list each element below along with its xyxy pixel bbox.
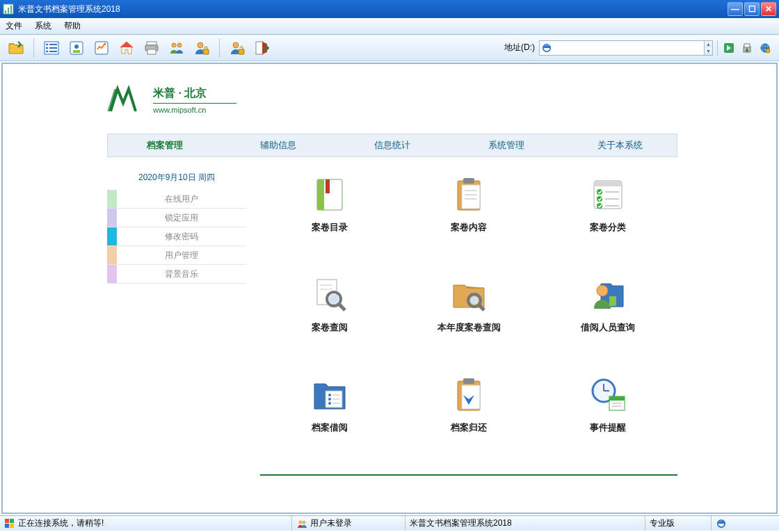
user-folder-icon (586, 275, 630, 314)
unlock-user-icon[interactable] (228, 39, 246, 57)
status-zone (712, 516, 779, 531)
tab-stats[interactable]: 信息统计 (335, 139, 449, 152)
status-text: 用户未登录 (310, 517, 352, 529)
item-label: 事件提醒 (590, 421, 626, 434)
svg-rect-7 (46, 47, 48, 49)
ie-small-icon (716, 518, 727, 529)
status-text: 正在连接系统，请稍等! (18, 517, 104, 529)
svg-point-24 (233, 42, 239, 48)
list-view-icon[interactable] (42, 39, 61, 57)
network-icon[interactable] (758, 41, 772, 55)
windows-flag-icon (4, 518, 15, 529)
clipboard-icon (447, 175, 491, 214)
exit-icon[interactable] (253, 39, 271, 57)
svg-rect-39 (463, 178, 474, 184)
svg-rect-31 (744, 44, 750, 47)
item-borrow[interactable]: 档案借阅 (260, 376, 399, 434)
brand-header: 米普 · 北京 www.mipsoft.cn (107, 83, 236, 116)
sidebar-item-label: 锁定应用 (117, 212, 246, 224)
svg-rect-3 (10, 6, 12, 13)
window-title: 米普文书档案管理系统2018 (18, 3, 728, 15)
sidebar-item-change-pwd[interactable]: 修改密码 (107, 227, 246, 246)
content-area: 米普 · 北京 www.mipsoft.cn 档案管理 辅助信息 信息统计 系统… (1, 63, 778, 514)
svg-rect-13 (73, 50, 80, 53)
status-edition: 专业版 (645, 516, 712, 531)
app2-icon[interactable] (93, 39, 111, 57)
svg-point-84 (303, 520, 306, 524)
sidebar-item-user-mgmt[interactable]: 用户管理 (107, 246, 246, 265)
toolbar-separator (717, 40, 718, 56)
maximize-button[interactable]: ☐ (744, 2, 760, 16)
clock-calendar-icon (586, 376, 630, 414)
svg-rect-1 (5, 10, 6, 13)
item-label: 案卷内容 (451, 221, 487, 234)
tab-sys-mgmt[interactable]: 系统管理 (449, 139, 563, 152)
svg-rect-71 (463, 378, 474, 384)
bottom-divider (260, 474, 677, 476)
item-file-category[interactable]: 案卷分类 (538, 175, 677, 234)
tab-about[interactable]: 关于本系统 (563, 139, 677, 152)
item-borrower-lookup[interactable]: 借阅人员查询 (538, 275, 677, 334)
svg-rect-61 (609, 296, 616, 306)
sidebar-item-bgm[interactable]: 背景音乐 (107, 265, 246, 284)
item-year-lookup[interactable]: 本年度案卷查阅 (399, 275, 538, 334)
address-spinner[interactable]: ▲▼ (704, 41, 712, 55)
menu-system[interactable]: 系统 (35, 20, 51, 32)
svg-point-67 (328, 402, 331, 405)
sidebar-item-lock-app[interactable]: 锁定应用 (107, 209, 246, 227)
users-icon[interactable] (168, 39, 186, 57)
menu-help[interactable]: 帮助 (64, 20, 81, 32)
address-label: 地址(D:) (504, 42, 535, 54)
svg-rect-8 (49, 47, 57, 49)
folder-list-icon (307, 376, 352, 414)
open-folder-icon[interactable] (7, 39, 25, 57)
svg-rect-79 (5, 519, 9, 523)
sidebar-item-online-users[interactable]: 在线用户 (107, 190, 246, 209)
menu-file[interactable]: 文件 (6, 20, 22, 32)
item-file-catalog[interactable]: 案卷目录 (260, 175, 399, 234)
app-icon (3, 3, 14, 15)
svg-rect-23 (203, 49, 209, 54)
print-icon[interactable] (143, 39, 161, 57)
app1-icon[interactable] (67, 39, 86, 57)
address-input[interactable] (554, 41, 704, 55)
minimize-button[interactable]: — (728, 2, 743, 16)
go-button[interactable] (722, 41, 736, 55)
svg-point-65 (328, 398, 331, 401)
toolbar-right: 地址(D:) ▲▼ (504, 40, 772, 56)
item-return[interactable]: 档案归还 (399, 376, 538, 434)
svg-rect-76 (609, 396, 625, 401)
menu-bar: 文件 系统 帮助 (0, 18, 779, 35)
status-login: 用户未登录 (292, 516, 405, 531)
svg-rect-44 (594, 181, 622, 186)
close-button[interactable]: ✕ (761, 2, 776, 16)
item-label: 借阅人员查询 (581, 321, 635, 334)
item-label: 本年度案卷查阅 (437, 321, 501, 334)
sidebar-item-label: 修改密码 (117, 231, 246, 243)
checklist-icon (586, 175, 630, 214)
tab-aux-info[interactable]: 辅助信息 (222, 139, 336, 152)
svg-rect-80 (10, 519, 14, 523)
home-icon[interactable] (118, 39, 136, 57)
svg-point-83 (299, 520, 303, 524)
svg-rect-26 (256, 42, 263, 54)
status-bar: 正在连接系统，请稍等! 用户未登录 米普文书档案管理系统2018 专业版 (0, 515, 779, 531)
users-small-icon (296, 518, 307, 529)
save-disk-icon[interactable] (740, 41, 754, 55)
item-file-lookup[interactable]: 案卷查阅 (260, 275, 399, 334)
lock-user-icon[interactable] (193, 39, 211, 57)
tab-archive-mgmt[interactable]: 档案管理 (108, 139, 222, 152)
svg-rect-36 (326, 179, 330, 193)
folder-search-icon (447, 275, 491, 314)
svg-rect-2 (8, 8, 9, 13)
svg-point-15 (104, 42, 106, 45)
clipboard-return-icon (447, 376, 491, 414)
svg-point-21 (177, 43, 182, 47)
ie-icon (540, 43, 554, 53)
sidebar: 2020年9月10日 周四 在线用户 锁定应用 修改密码 用户管理 背景音乐 (107, 165, 246, 284)
brand-name: 米普 · 北京 (153, 86, 236, 104)
toolbar-separator (33, 38, 34, 58)
item-file-content[interactable]: 案卷内容 (399, 175, 538, 234)
svg-rect-25 (239, 49, 244, 54)
item-event-reminder[interactable]: 事件提醒 (538, 376, 677, 434)
